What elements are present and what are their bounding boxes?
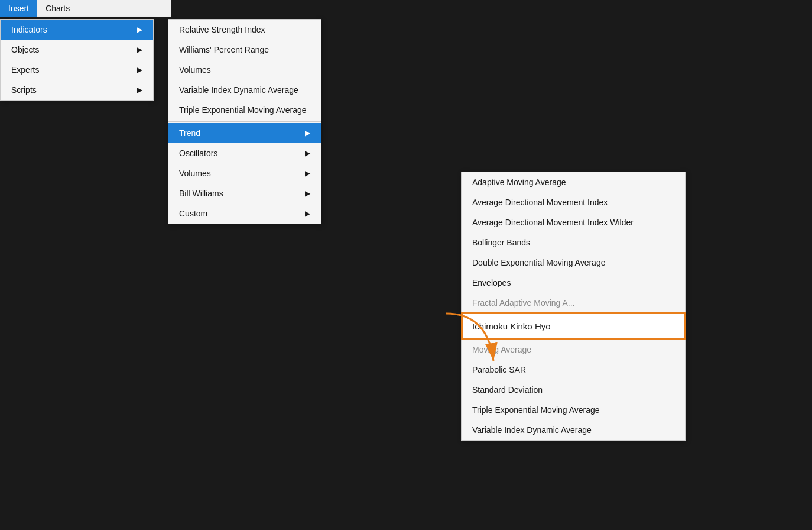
menu-item-scripts[interactable]: Scripts ▶ — [1, 80, 153, 100]
menu-item-bb[interactable]: Bollinger Bands — [462, 232, 685, 253]
menu-charts[interactable]: Charts — [37, 0, 78, 17]
menu-item-ma[interactable]: Moving Average — [462, 340, 685, 360]
menu-item-vida[interactable]: Variable Index Dynamic Average — [168, 80, 321, 100]
menu-item-bill-williams[interactable]: Bill Williams ▶ — [168, 183, 321, 203]
menu-item-indicators[interactable]: Indicators ▶ — [1, 20, 153, 40]
menu-item-ama[interactable]: Adaptive Moving Average — [462, 172, 685, 192]
submenu-arrow-icon: ▶ — [137, 25, 142, 34]
menu-item-custom[interactable]: Custom ▶ — [168, 203, 321, 224]
menu-item-experts[interactable]: Experts ▶ — [1, 60, 153, 80]
menu-item-stddev[interactable]: Standard Deviation — [462, 380, 685, 400]
indicators-dropdown: Relative Strength Index Williams' Percen… — [168, 19, 321, 224]
menu-item-tema-top[interactable]: Triple Exponential Moving Average — [168, 100, 321, 120]
menu-item-tema[interactable]: Triple Exponential Moving Average — [462, 400, 685, 420]
submenu-arrow-icon: ▶ — [137, 66, 142, 74]
submenu-arrow-icon: ▶ — [137, 46, 142, 54]
menu-item-vida[interactable]: Variable Index Dynamic Average — [462, 420, 685, 440]
menu-divider — [168, 121, 321, 122]
menu-item-objects[interactable]: Objects ▶ — [1, 40, 153, 60]
menu-item-dema[interactable]: Double Exponential Moving Average — [462, 253, 685, 273]
menu-item-ichimoku[interactable]: Ichimoku Kinko Hyo — [462, 313, 685, 340]
menu-item-psar[interactable]: Parabolic SAR — [462, 360, 685, 380]
menu-item-envelopes[interactable]: Envelopes — [462, 273, 685, 293]
submenu-arrow-icon: ▶ — [305, 129, 310, 137]
menu-insert[interactable]: Insert — [0, 0, 37, 17]
menu-item-williams[interactable]: Williams' Percent Range — [168, 40, 321, 60]
menu-item-oscillators[interactable]: Oscillators ▶ — [168, 143, 321, 163]
menu-item-rsi[interactable]: Relative Strength Index — [168, 20, 321, 40]
menubar: Insert Charts — [0, 0, 171, 17]
submenu-arrow-icon: ▶ — [305, 169, 310, 177]
submenu-arrow-icon: ▶ — [305, 209, 310, 218]
menu-item-admi[interactable]: Average Directional Movement Index — [462, 192, 685, 212]
menu-item-volumes-sub[interactable]: Volumes ▶ — [168, 163, 321, 183]
submenu-arrow-icon: ▶ — [305, 189, 310, 198]
menu-item-trend[interactable]: Trend ▶ — [168, 123, 321, 143]
menu-item-volumes-top[interactable]: Volumes — [168, 60, 321, 80]
menu-item-admiw[interactable]: Average Directional Movement Index Wilde… — [462, 212, 685, 232]
menu-item-frama[interactable]: Fractal Adaptive Moving A... — [462, 293, 685, 313]
trend-dropdown: Adaptive Moving Average Average Directio… — [461, 172, 686, 441]
submenu-arrow-icon: ▶ — [305, 149, 310, 157]
insert-dropdown: Indicators ▶ Objects ▶ Experts ▶ Scripts… — [0, 19, 154, 101]
submenu-arrow-icon: ▶ — [137, 86, 142, 94]
